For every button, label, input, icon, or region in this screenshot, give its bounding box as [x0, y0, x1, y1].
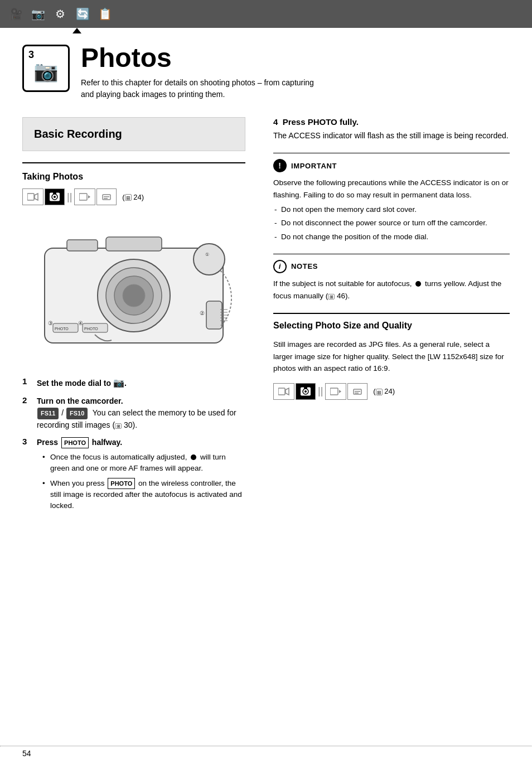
important-list: Do not open the memory card slot cover. … [273, 204, 510, 243]
svg-rect-10 [104, 198, 108, 199]
svg-marker-34 [286, 388, 289, 395]
svg-text:④: ④ [78, 320, 83, 326]
svg-rect-38 [304, 387, 307, 389]
important-item-3: Do not change the position of the mode d… [273, 231, 510, 243]
svg-marker-7 [88, 195, 90, 199]
photo-badge-step3: PHOTO [61, 437, 89, 449]
mode-icon-playback-b [325, 383, 346, 400]
step-1: 1 Set the mode dial to 📷. [22, 376, 245, 390]
main-content: Basic Recording Taking Photos || (⊞ 24) [0, 112, 532, 549]
mode-icon-photo-active [45, 188, 65, 205]
svg-text:PHOTO: PHOTO [84, 327, 98, 331]
svg-rect-39 [330, 388, 338, 395]
important-box: ! IMPORTANT Observe the following precau… [273, 153, 510, 243]
important-icon: ! [273, 159, 287, 172]
important-header: ! IMPORTANT [273, 159, 510, 172]
step-2: 2 Turn on the camcorder. FS11 / FS10 You… [22, 395, 245, 431]
chapter-camera-icon: 📷 [33, 60, 59, 83]
notes-label: NOTES [291, 262, 318, 270]
important-item-2: Do not disconnect the power source or tu… [273, 217, 510, 229]
chapter-text: Photos Refer to this chapter for details… [81, 45, 314, 100]
top-navigation: 🎥 📷 ⚙ 🔄 📋 [0, 0, 532, 28]
mode-icon-print-b [347, 383, 367, 400]
nav-icon-settings[interactable]: ⚙ [50, 4, 70, 24]
bullet-1: Once the focus is automatically adjusted… [42, 452, 245, 475]
selecting-photo-body: Still images are recorded as JPG files. … [273, 338, 510, 375]
mode-icon-video-b [273, 383, 294, 400]
right-column: 4 Press PHOTO fully. The ACCESS indicato… [262, 112, 532, 526]
selecting-photo-size-section: Selecting Photo Size and Quality Still i… [273, 313, 510, 400]
important-body: Observe the following precautions while … [273, 177, 510, 243]
camera-diagram: ① PHOTO PHOTO ③ ④ ② [22, 212, 245, 368]
mode-ref-text: (⊞ 24) [122, 193, 144, 201]
bottom-divider [0, 746, 532, 747]
svg-rect-6 [79, 194, 87, 200]
step-1-number: 1 [22, 376, 32, 386]
basic-recording-box: Basic Recording [22, 117, 245, 151]
mode-sep-b-1: || [317, 385, 324, 397]
chapter-title: Photos [81, 45, 314, 71]
step-4-body: The ACCESS indicator will flash as the s… [273, 130, 510, 142]
mode-icons-bar: || (⊞ 24) [22, 188, 245, 205]
svg-rect-42 [355, 391, 360, 392]
svg-text:PHOTO: PHOTO [55, 327, 69, 331]
important-item-1: Do not open the memory card slot cover. [273, 204, 510, 215]
svg-rect-9 [104, 196, 109, 197]
svg-rect-27 [206, 301, 222, 329]
fs11-badge: FS11 [37, 408, 59, 419]
step-3-bullets: Once the focus is automatically adjusted… [37, 452, 245, 512]
camera-illustration: ① PHOTO PHOTO ③ ④ ② [22, 212, 245, 368]
nav-icon-video[interactable]: 🎥 [6, 4, 26, 24]
mode-icon-video [22, 188, 43, 205]
photo-badge-step4: PHOTO [308, 117, 337, 127]
step-3-content: Press PHOTO halfway. Once the focus is a… [37, 437, 245, 515]
mode-icon-print [96, 188, 117, 205]
nav-icon-clipboard[interactable]: 📋 [95, 4, 115, 24]
svg-point-37 [304, 390, 307, 393]
notes-box: i NOTES If the subject is not suitable f… [273, 254, 510, 302]
bullet-2: When you press PHOTO on the wireless con… [42, 478, 245, 512]
nav-icon-rotate[interactable]: 🔄 [72, 4, 93, 24]
mode-sep-1: || [66, 191, 73, 203]
mode-ref-text-b: (⊞ 24) [373, 387, 395, 395]
svg-text:①: ① [205, 252, 209, 257]
svg-text:③: ③ [48, 320, 53, 326]
divider-taking-photos [22, 162, 245, 163]
nav-arrow-indicator [72, 28, 81, 33]
taking-photos-title: Taking Photos [22, 172, 245, 182]
mode-icons-bar-bottom: || (⊞ 24) [273, 383, 510, 400]
step-1-content: Set the mode dial to 📷. [37, 376, 127, 390]
important-label: IMPORTANT [291, 162, 337, 170]
page-number: 54 [22, 749, 31, 758]
step-4-area: 4 Press PHOTO fully. The ACCESS indicato… [273, 117, 510, 142]
svg-marker-1 [35, 194, 38, 200]
selecting-photo-title: Selecting Photo Size and Quality [273, 321, 510, 331]
nav-icon-photo[interactable]: 📷 [28, 4, 48, 24]
fs10-badge: FS10 [66, 408, 88, 419]
mode-icon-playback [74, 188, 95, 205]
svg-rect-33 [278, 388, 285, 395]
step-4-title: 4 Press PHOTO fully. [273, 117, 510, 127]
step-2-content: Turn on the camcorder. FS11 / FS10 You c… [37, 395, 245, 431]
chapter-icon-box: 3 📷 [22, 45, 70, 92]
left-column: Basic Recording Taking Photos || (⊞ 24) [0, 112, 262, 526]
svg-text:②: ② [200, 310, 205, 316]
important-text: Observe the following precautions while … [273, 178, 509, 199]
chapter-header: 3 📷 Photos Refer to this chapter for det… [0, 28, 532, 112]
step-3-number: 3 [22, 437, 32, 446]
mode-icon-photo-active-b [296, 383, 316, 400]
step-3: 3 Press PHOTO halfway. Once the focus is… [22, 437, 245, 515]
svg-point-18 [194, 244, 225, 275]
photo-badge-bullet2: PHOTO [108, 478, 135, 490]
notes-header: i NOTES [273, 260, 510, 273]
chapter-number: 3 [28, 49, 34, 61]
svg-point-4 [54, 196, 56, 198]
chapter-description: Refer to this chapter for details on sho… [81, 77, 314, 100]
svg-rect-17 [67, 240, 98, 251]
svg-marker-40 [339, 390, 341, 393]
notes-body: If the subject is not suitable for autof… [273, 278, 510, 302]
basic-recording-label: Basic Recording [34, 128, 122, 140]
focus-dot-1 [191, 454, 196, 460]
notes-icon: i [273, 260, 287, 273]
step-2-number: 2 [22, 395, 32, 405]
